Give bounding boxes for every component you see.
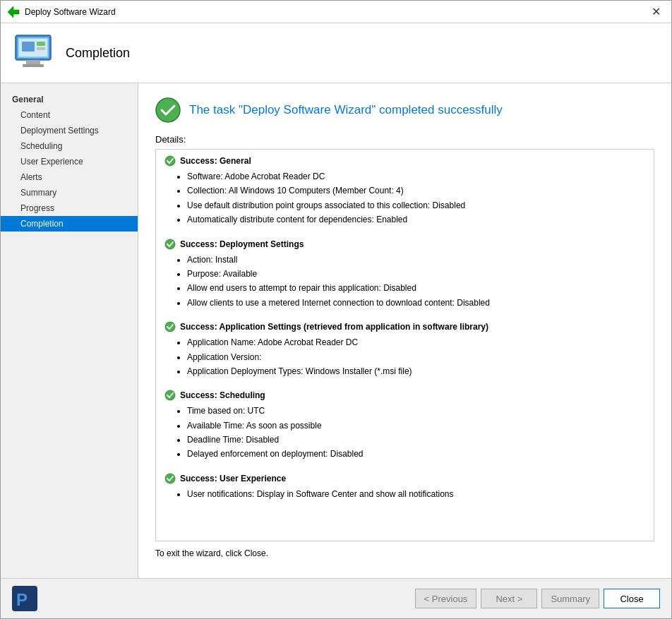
- details-section: Success: Deployment SettingsAction: Inst…: [164, 239, 645, 311]
- section-check-icon: [164, 321, 176, 332]
- details-section: Success: SchedulingTime based on: UTCAva…: [164, 390, 645, 462]
- details-label: Details:: [155, 134, 654, 145]
- section-title: Success: General: [164, 155, 645, 167]
- svg-rect-8: [37, 47, 45, 50]
- section-title: Success: Scheduling: [164, 390, 645, 401]
- wizard-window: Deploy Software Wizard ✕ Completion Gene…: [0, 0, 672, 619]
- exit-note: To exit the wizard, click Close.: [155, 548, 654, 558]
- svg-rect-4: [23, 64, 44, 67]
- svg-point-9: [156, 98, 180, 122]
- success-message: The task "Deploy Software Wizard" comple…: [189, 103, 503, 117]
- close-button[interactable]: ✕: [646, 4, 666, 20]
- list-item: Application Version:: [187, 350, 645, 364]
- list-item: Software: Adobe Acrobat Reader DC: [187, 169, 645, 184]
- footer-buttons: < Previous Next > Summary Close: [415, 589, 660, 608]
- list-item: User notifications: Display in Software …: [187, 487, 645, 501]
- title-bar: Deploy Software Wizard ✕: [1, 1, 671, 23]
- list-item: Available Time: As soon as possible: [187, 419, 645, 433]
- svg-rect-3: [26, 60, 40, 64]
- list-item: Use default distribution point groups as…: [187, 198, 645, 212]
- section-check-icon: [164, 390, 176, 401]
- svg-text:P: P: [16, 590, 28, 609]
- footer: P < Previous Next > Summary Close: [1, 578, 671, 618]
- summary-button[interactable]: Summary: [541, 589, 599, 608]
- computer-icon: [12, 32, 54, 74]
- previous-button[interactable]: < Previous: [415, 589, 477, 608]
- header-section: Completion: [1, 23, 671, 83]
- success-check-icon: [155, 97, 181, 123]
- list-item: Application Name: Adobe Acrobat Reader D…: [187, 335, 645, 349]
- sidebar-item-deployment-settings[interactable]: Deployment Settings: [1, 123, 138, 138]
- list-item: Allow end users to attempt to repair thi…: [187, 281, 645, 295]
- svg-rect-6: [22, 42, 35, 52]
- close-button[interactable]: Close: [604, 589, 660, 608]
- details-box[interactable]: Success: GeneralSoftware: Adobe Acrobat …: [155, 149, 654, 541]
- list-item: Automatically distribute content for dep…: [187, 212, 645, 227]
- details-section: Success: User ExperienceUser notificatio…: [164, 473, 645, 501]
- sidebar-item-completion[interactable]: Completion: [1, 216, 138, 232]
- product-logo: P: [12, 586, 37, 611]
- svg-rect-7: [37, 42, 45, 46]
- section-check-icon: [164, 155, 176, 167]
- list-item: Purpose: Available: [187, 267, 645, 281]
- sidebar-item-summary[interactable]: Summary: [1, 185, 138, 200]
- wizard-icon: [6, 5, 20, 19]
- section-title: Success: Deployment Settings: [164, 239, 645, 250]
- svg-marker-0: [8, 6, 19, 18]
- list-item: Action: Install: [187, 253, 645, 267]
- sidebar: General Content Deployment Settings Sche…: [1, 83, 138, 578]
- next-button[interactable]: Next >: [481, 589, 537, 608]
- sidebar-item-scheduling[interactable]: Scheduling: [1, 138, 138, 154]
- list-item: Time based on: UTC: [187, 404, 645, 418]
- header-title: Completion: [66, 46, 130, 61]
- content-area: General Content Deployment Settings Sche…: [1, 83, 671, 578]
- success-header: The task "Deploy Software Wizard" comple…: [155, 97, 654, 123]
- section-check-icon: [164, 473, 176, 484]
- section-check-icon: [164, 239, 176, 250]
- sidebar-item-user-experience[interactable]: User Experience: [1, 154, 138, 169]
- list-item: Delayed enforcement on deployment: Disab…: [187, 447, 645, 461]
- sidebar-item-progress[interactable]: Progress: [1, 200, 138, 216]
- list-item: Application Deployment Types: Windows In…: [187, 364, 645, 378]
- main-content: The task "Deploy Software Wizard" comple…: [138, 83, 671, 578]
- details-section: Success: Application Settings (retrieved…: [164, 321, 645, 378]
- window-title: Deploy Software Wizard: [25, 7, 646, 17]
- details-section: Success: GeneralSoftware: Adobe Acrobat …: [164, 155, 645, 227]
- sidebar-item-alerts[interactable]: Alerts: [1, 169, 138, 185]
- section-title: Success: Application Settings (retrieved…: [164, 321, 645, 332]
- list-item: Allow clients to use a metered Internet …: [187, 296, 645, 310]
- list-item: Collection: All Windows 10 Computers (Me…: [187, 184, 645, 198]
- sidebar-group-general: General: [1, 92, 138, 107]
- sidebar-item-content[interactable]: Content: [1, 107, 138, 123]
- section-title: Success: User Experience: [164, 473, 645, 484]
- list-item: Deadline Time: Disabled: [187, 433, 645, 447]
